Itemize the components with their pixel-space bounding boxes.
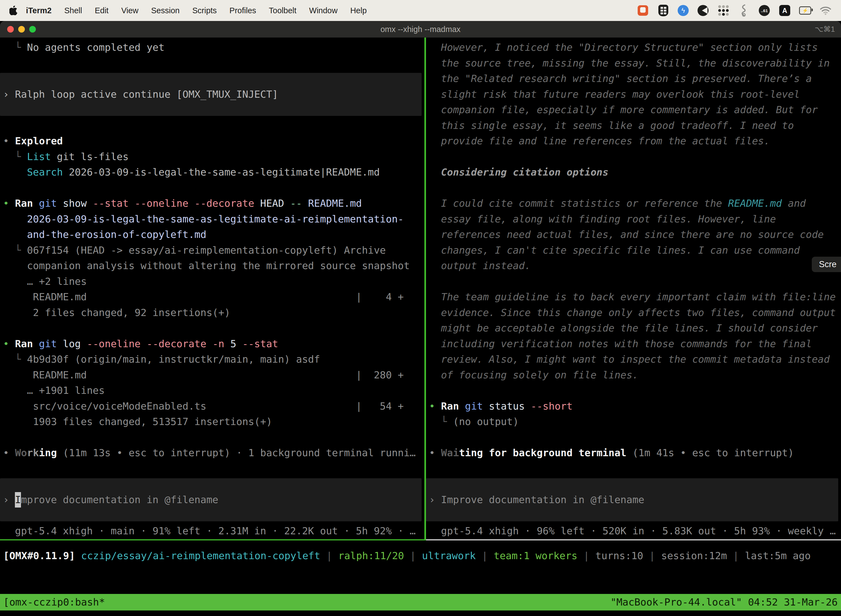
text-segment: Ran bbox=[15, 198, 33, 209]
text-segment: the "Related research writing" section i… bbox=[429, 73, 812, 84]
tmux-host-clock: "MacBook-Pro-44.local" 04:52 31-Mar-26 bbox=[610, 594, 838, 610]
text-segment: | bbox=[577, 550, 595, 561]
blank-line bbox=[0, 320, 424, 336]
text-segment: HEAD bbox=[254, 198, 284, 209]
text-segment: • bbox=[3, 135, 15, 147]
text-segment: └ bbox=[3, 42, 27, 53]
terminal-line: └ No agents completed yet bbox=[0, 40, 424, 56]
menu-item-session[interactable]: Session bbox=[145, 6, 186, 15]
banner-text: › Ralph loop active continue [OMX_TMUX_I… bbox=[0, 73, 422, 116]
text-segment: (11m 13s • esc to interrupt) · 1 backgro… bbox=[57, 447, 416, 458]
text-segment: gpt-5.4 xhigh · 96% left · 520K in · 5.8… bbox=[429, 525, 836, 537]
text-segment: I bbox=[15, 492, 21, 508]
text-segment: ultrawork bbox=[422, 550, 476, 561]
menu-item-help[interactable]: Help bbox=[344, 6, 373, 15]
battery-charging-icon[interactable]: ⚡ bbox=[799, 4, 811, 16]
terminal-line: gpt-5.4 xhigh · 96% left · 520K in · 5.8… bbox=[426, 523, 841, 539]
text-segment: I could cite commit statistics or refere… bbox=[429, 198, 728, 209]
menu-item-scripts[interactable]: Scripts bbox=[186, 6, 223, 15]
titlebar[interactable]: omx --xhigh --madmax ⌥⌘1 bbox=[0, 21, 841, 38]
text-segment: • bbox=[429, 447, 441, 458]
terminal-line: output instead. bbox=[426, 258, 841, 274]
text-segment: | bbox=[727, 550, 745, 561]
text-segment: git bbox=[33, 198, 57, 209]
terminal-line: changes, I can't cite specific file line… bbox=[426, 243, 841, 258]
input-source-a-icon[interactable]: A bbox=[779, 4, 791, 16]
left-pane: └ No agents completed yet › Ralph loop a… bbox=[0, 38, 424, 539]
text-segment: └ bbox=[3, 353, 27, 365]
menu-item-view[interactable]: View bbox=[115, 6, 145, 15]
flash-badge-icon[interactable]: ϟ bbox=[678, 5, 689, 16]
terminal-line: essay file, along with finding root file… bbox=[426, 211, 841, 227]
screen-tooltip[interactable]: Scre bbox=[812, 257, 841, 272]
text-segment: and-the-erosion-of-copyleft.md bbox=[3, 229, 207, 240]
loom-icon[interactable] bbox=[697, 4, 709, 16]
terminal-line: README.md | 280 + bbox=[0, 367, 424, 383]
dots-grid-icon[interactable] bbox=[717, 4, 730, 16]
menu-item-edit[interactable]: Edit bbox=[88, 6, 115, 15]
menu-item-shell[interactable]: Shell bbox=[58, 6, 89, 15]
window-title: omx --xhigh --madmax bbox=[0, 25, 841, 34]
blank-line bbox=[0, 180, 424, 196]
terminal-line: • Waiting for background terminal (1m 41… bbox=[426, 445, 841, 461]
prompt-input-box[interactable]: › Improve documentation in @filename bbox=[0, 476, 424, 523]
text-segment: | bbox=[643, 550, 661, 561]
blank-line bbox=[426, 430, 841, 446]
terminal-line: • Working (11m 13s • esc to interrupt) ·… bbox=[0, 445, 424, 461]
text-segment: essay file, along with finding root file… bbox=[429, 213, 776, 224]
text-segment: List bbox=[27, 151, 51, 162]
text-segment: | bbox=[320, 550, 338, 561]
menu-item-window[interactable]: Window bbox=[303, 6, 344, 15]
terminal-line: README.md | 4 + bbox=[0, 289, 424, 305]
text-segment: session:12m bbox=[661, 550, 727, 561]
prompt-input[interactable]: › Improve documentation in @filename bbox=[426, 478, 838, 521]
keypad-shield-icon[interactable] bbox=[657, 4, 670, 16]
terminal-line: • Explored bbox=[0, 133, 424, 149]
text-segment: 067f154 (HEAD -> essay/ai-reimplementati… bbox=[27, 245, 386, 256]
ralph-loop-banner: › Ralph loop active continue [OMX_TMUX_I… bbox=[0, 71, 424, 118]
text-segment: provide file and line references from th… bbox=[429, 135, 770, 147]
text-segment: README.md bbox=[302, 198, 362, 209]
blank-line bbox=[0, 430, 424, 446]
terminal-line: However, I noticed the "Directory Struct… bbox=[426, 40, 841, 56]
text-segment: Wo bbox=[15, 447, 27, 458]
terminal-line: the source tree, missing the essay. Stil… bbox=[426, 56, 841, 71]
text-segment: companion file, especially if more comme… bbox=[429, 104, 818, 115]
menu-item-profiles[interactable]: Profiles bbox=[223, 6, 263, 15]
menu-item-iterm2[interactable]: iTerm2 bbox=[21, 6, 58, 15]
text-segment: -n bbox=[207, 338, 224, 349]
terminal-line: review. Also, I might want to inspect th… bbox=[426, 352, 841, 367]
text-segment: However, I noticed the "Directory Struct… bbox=[429, 42, 818, 53]
terminal-line: might be acceptable alongside the file l… bbox=[426, 320, 841, 336]
text-segment: ralph:11/20 bbox=[338, 550, 404, 561]
text-segment: mprove documentation in @filename bbox=[21, 492, 218, 508]
terminal-line: Search 2026-03-09-is-legal-the-same-as-l… bbox=[0, 164, 424, 180]
terminal-line: slight risk that future readers may over… bbox=[426, 87, 841, 103]
text-segment: [OMX#0.11.9] bbox=[3, 550, 75, 561]
text-segment: 2026-03-09-is-legal-the-same-as-legitima… bbox=[63, 166, 380, 178]
text-segment: README.md | 280 + bbox=[3, 369, 404, 381]
wifi-icon[interactable] bbox=[819, 4, 832, 16]
terminal-line: 2 files changed, 92 insertions(+) bbox=[0, 305, 424, 321]
apple-menu-icon[interactable] bbox=[9, 6, 18, 15]
prompt-input-box[interactable]: › Improve documentation in @filename bbox=[426, 476, 841, 523]
prompt-input[interactable]: › Improve documentation in @filename bbox=[0, 478, 422, 521]
text-segment: 2026-03-09-is-legal-the-same-as-legitima… bbox=[3, 213, 404, 224]
text-segment: | bbox=[476, 550, 494, 561]
text-segment: … +1901 lines bbox=[3, 385, 105, 396]
text-segment: (1m 41s • esc to interrupt) bbox=[626, 447, 794, 458]
text-segment: evidence. Since this change only affects… bbox=[429, 307, 836, 318]
text-segment: turns:10 bbox=[595, 550, 643, 561]
tmux-status-bar: [omx-cczip0:bash* "MacBook-Pro-44.local"… bbox=[0, 594, 841, 610]
terminal-line: └ (no output) bbox=[426, 414, 841, 430]
text-segment: references need actual files, and since … bbox=[429, 229, 823, 240]
terminal-line: evidence. Since this change only affects… bbox=[426, 305, 841, 321]
menubar-status-icons: ϟ ..61 A ⚡ bbox=[637, 4, 841, 16]
squiggle-icon[interactable] bbox=[738, 4, 750, 16]
percent-61-badge[interactable]: ..61 bbox=[758, 4, 771, 16]
terminal-line: companion analysis without altering the … bbox=[0, 258, 424, 274]
text-segment: ing bbox=[39, 447, 57, 458]
text-segment: … +2 lines bbox=[3, 276, 86, 287]
record-icon[interactable] bbox=[637, 4, 649, 16]
menu-item-toolbelt[interactable]: Toolbelt bbox=[262, 6, 303, 15]
